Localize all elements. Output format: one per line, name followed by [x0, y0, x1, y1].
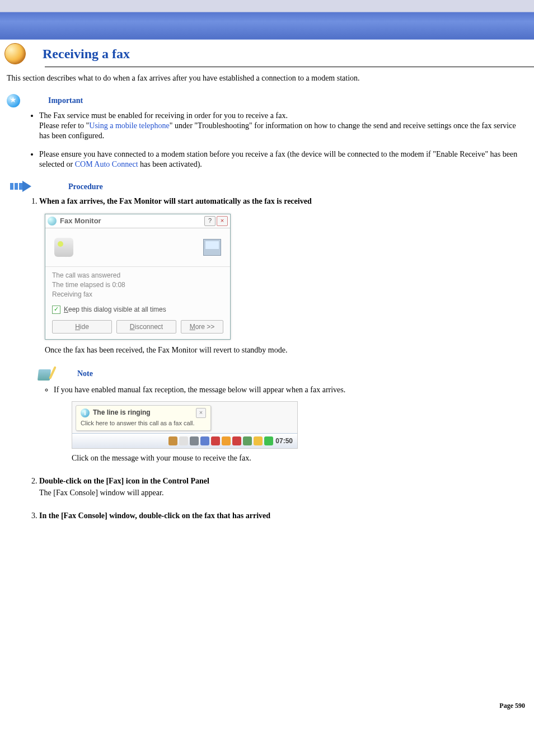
tray-icon[interactable]: [190, 436, 199, 445]
system-tray: 07:50: [72, 433, 297, 448]
header-banner: [0, 0, 534, 40]
step2-body: The [Fax Console] window will appear.: [39, 488, 527, 499]
fax-monitor-title: Fax Monitor: [60, 216, 101, 226]
close-button[interactable]: ×: [217, 216, 228, 226]
important-row: Important: [7, 94, 527, 107]
imp2-link[interactable]: COM Auto Connect: [75, 160, 138, 168]
info-icon: i: [81, 408, 90, 417]
checkbox-icon[interactable]: ✓: [52, 306, 60, 314]
step2-title: Double-click on the [Fax] icon in the Co…: [39, 477, 209, 485]
important-item: Please ensure you have connected to a mo…: [39, 149, 527, 170]
tray-icon[interactable]: [243, 436, 252, 445]
tray-icon[interactable]: [232, 436, 241, 445]
status-line: The call was answered: [52, 271, 223, 280]
note-row: Note: [37, 367, 527, 382]
balloon-screenshot: i The line is ringing × Click here to an…: [72, 401, 298, 449]
step-1: When a fax arrives, the Fax Monitor will…: [39, 196, 527, 464]
tray-icons: [168, 436, 273, 445]
page-title: Receiving a fax: [43, 46, 130, 62]
fax-machine-icon: [54, 238, 73, 257]
step1-title: When a fax arrives, the Fax Monitor will…: [39, 197, 312, 205]
step-2: Double-click on the [Fax] icon in the Co…: [39, 476, 527, 499]
balloon-close-button[interactable]: ×: [196, 408, 206, 418]
note-icon: [37, 367, 53, 382]
note-text: If you have enabled manual fax reception…: [54, 386, 345, 394]
tray-icon[interactable]: [264, 436, 273, 445]
steps-list: When a fax arrives, the Fax Monitor will…: [7, 196, 527, 522]
tray-icon[interactable]: [211, 436, 220, 445]
fax-monitor-status: The call was answered The time elapsed i…: [45, 267, 230, 303]
note-after: Click on the message with your mouse to …: [72, 453, 527, 464]
imp1-line2a: Please refer to ": [39, 121, 89, 130]
keep-visible-label: Keep this dialog visible at all times: [64, 305, 166, 314]
step1-after: Once the fax has been received, the Fax …: [45, 345, 527, 356]
note-list: If you have enabled manual fax reception…: [39, 385, 527, 464]
tray-icon[interactable]: [179, 436, 188, 445]
status-line: Receiving fax: [52, 290, 223, 299]
body-area: This section describes what to do when a…: [0, 67, 534, 545]
step-3: In the [Fax Console] window, double-clic…: [39, 511, 527, 522]
fax-monitor-window: Fax Monitor ? × The call was answered Th…: [45, 214, 231, 340]
disconnect-button[interactable]: Disconnect: [116, 320, 176, 334]
note-label: Note: [77, 369, 93, 379]
more-button[interactable]: More >>: [181, 320, 223, 334]
keep-visible-checkbox-row[interactable]: ✓ Keep this dialog visible at all times: [45, 303, 230, 316]
balloon-title: The line is ringing: [93, 408, 196, 417]
procedure-row: Procedure: [10, 181, 527, 193]
note-item: If you have enabled manual fax reception…: [54, 385, 527, 464]
important-list: The Fax service must be enabled for rece…: [7, 111, 527, 170]
topic-icon: [4, 43, 26, 64]
imp1-pre: The Fax service must be enabled for rece…: [39, 111, 288, 120]
fax-monitor-titlebar: Fax Monitor ? ×: [45, 214, 230, 228]
important-item: The Fax service must be enabled for rece…: [39, 111, 527, 142]
heading-row: Receiving a fax: [4, 43, 534, 67]
intro-text: This section describes what to do when a…: [7, 74, 527, 83]
imp2-post: has been activated).: [138, 160, 202, 168]
help-button[interactable]: ?: [204, 216, 216, 226]
important-icon: [7, 94, 20, 107]
status-line: The time elapsed is 0:08: [52, 280, 223, 289]
page-number: Page 590: [0, 545, 534, 721]
tray-clock: 07:50: [275, 436, 293, 445]
balloon-tip[interactable]: i The line is ringing × Click here to an…: [76, 405, 211, 431]
hide-button[interactable]: Hide: [52, 320, 112, 334]
imp1-link[interactable]: Using a mobile telephone: [89, 121, 169, 130]
fax-monitor-app-icon: [48, 217, 57, 226]
tray-icon[interactable]: [200, 436, 209, 445]
computer-icon: [203, 239, 221, 256]
step3-title: In the [Fax Console] window, double-clic…: [39, 511, 270, 520]
balloon-message: Click here to answer this call as a fax …: [81, 419, 206, 428]
procedure-icon: [10, 181, 34, 193]
tray-icon[interactable]: [222, 436, 231, 445]
tray-icon[interactable]: [254, 436, 263, 445]
procedure-label: Procedure: [68, 182, 103, 191]
fax-monitor-animation: [45, 228, 230, 267]
important-label: Important: [48, 96, 83, 105]
tray-icon[interactable]: [168, 436, 177, 445]
fax-monitor-buttons: Hide Disconnect More >>: [45, 317, 230, 339]
